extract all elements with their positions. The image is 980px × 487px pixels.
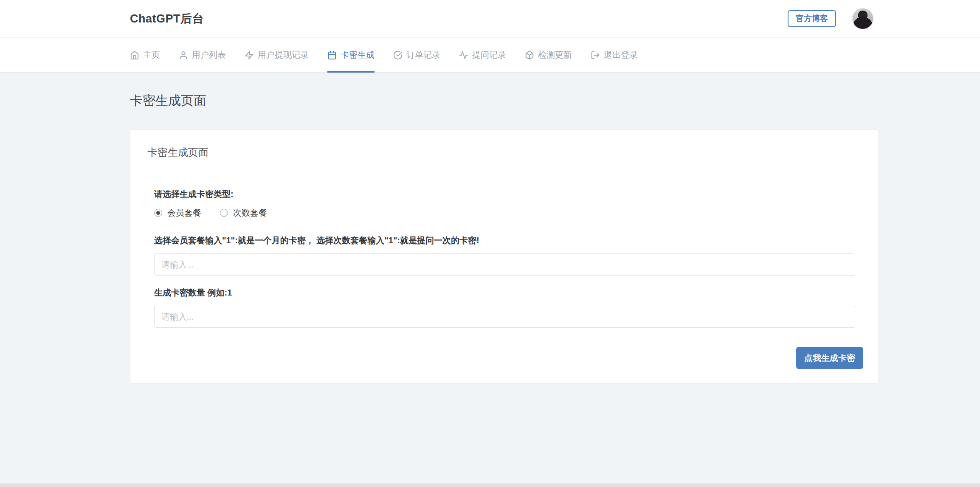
nav-item-card-key-generate[interactable]: 卡密生成: [327, 38, 375, 72]
type-select-label: 请选择生成卡密类型:: [154, 189, 855, 200]
nav-item-home[interactable]: 主页: [130, 38, 160, 72]
quantity-label: 生成卡密数量 例如:1: [154, 287, 855, 298]
official-blog-button[interactable]: 官方博客: [788, 10, 836, 28]
generate-card-key-button[interactable]: 点我生成卡密: [796, 347, 863, 369]
radio-option-member-package[interactable]: 会员套餐: [154, 207, 201, 219]
main-nav: 主页 用户列表 用户提现记录 卡密生成 订单记录 提问记录 检测更新 退出登录: [0, 38, 980, 73]
nav-item-label: 卡密生成: [341, 49, 375, 61]
radio-label: 会员套餐: [167, 207, 201, 219]
package-hint-label: 选择会员套餐输入"1":就是一个月的卡密， 选择次数套餐输入"1":就是提问一次…: [154, 235, 855, 246]
radio-member-package[interactable]: [154, 209, 162, 217]
card-key-generate-panel: 卡密生成页面 请选择生成卡密类型: 会员套餐 次数套餐 选择会员套餐输入"1":…: [130, 129, 878, 383]
radio-count-package[interactable]: [220, 209, 228, 217]
logout-icon: [591, 51, 600, 60]
main-content: 卡密生成页面 卡密生成页面 请选择生成卡密类型: 会员套餐 次数套餐 选择会员套…: [0, 92, 980, 383]
header-right-group: 官方博客: [788, 8, 873, 29]
nav-item-user-list[interactable]: 用户列表: [179, 38, 226, 72]
nav-item-question-records[interactable]: 提问记录: [459, 38, 506, 72]
horizontal-scrollbar[interactable]: [0, 484, 980, 487]
nav-item-label: 用户提现记录: [258, 49, 309, 61]
card-key-form: 请选择生成卡密类型: 会员套餐 次数套餐 选择会员套餐输入"1":就是一个月的卡…: [154, 189, 855, 369]
radio-label: 次数套餐: [233, 207, 267, 219]
nav-item-check-update[interactable]: 检测更新: [525, 38, 572, 72]
nav-item-logout[interactable]: 退出登录: [591, 38, 638, 72]
top-header: ChatGPT后台 官方博客: [0, 0, 980, 38]
calendar-icon: [327, 51, 337, 60]
nav-item-label: 用户列表: [192, 49, 226, 61]
panel-title: 卡密生成页面: [147, 146, 862, 159]
nav-item-label: 订单记录: [406, 49, 440, 61]
nav-item-order-records[interactable]: 订单记录: [393, 38, 440, 72]
app-title: ChatGPT后台: [130, 11, 204, 26]
check-circle-icon: [393, 51, 403, 60]
nav-item-withdraw-records[interactable]: 用户提现记录: [245, 38, 309, 72]
zap-icon: [245, 51, 254, 60]
user-icon: [179, 51, 188, 60]
nav-item-label: 检测更新: [538, 49, 572, 61]
activity-icon: [459, 51, 468, 60]
nav-item-label: 提问记录: [472, 49, 506, 61]
package-type-radio-group: 会员套餐 次数套餐: [154, 207, 855, 219]
nav-item-label: 主页: [143, 49, 160, 61]
quantity-input[interactable]: [154, 306, 855, 328]
radio-option-count-package[interactable]: 次数套餐: [220, 207, 267, 219]
nav-item-label: 退出登录: [604, 49, 638, 61]
app-window: ChatGPT后台 官方博客 主页 用户列表 用户提现记录 卡密生成 订单记录: [0, 0, 980, 487]
home-icon: [130, 51, 139, 60]
page-title: 卡密生成页面: [130, 92, 980, 110]
submit-row: 点我生成卡密: [154, 347, 863, 369]
package-value-input[interactable]: [154, 253, 855, 276]
user-avatar[interactable]: [852, 8, 873, 29]
package-icon: [525, 51, 534, 60]
